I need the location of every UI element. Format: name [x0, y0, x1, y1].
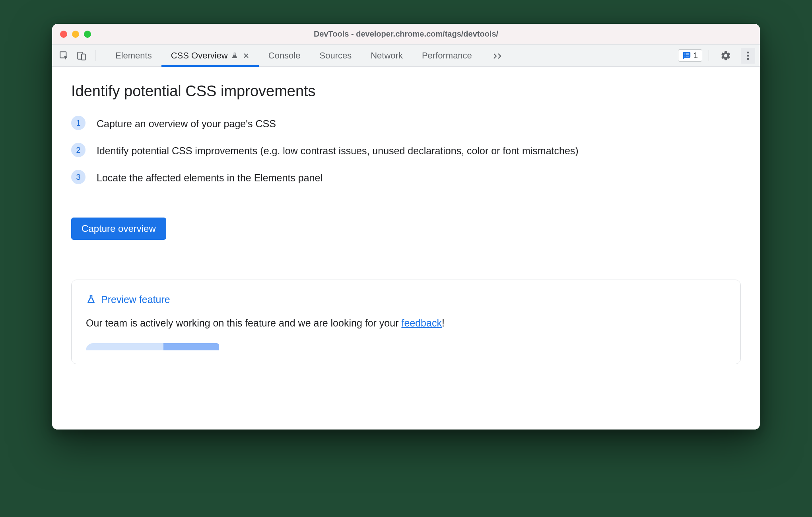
tab-label: Performance [422, 51, 472, 61]
window-minimize-button[interactable] [72, 31, 79, 38]
quick-feedback-partial [86, 343, 726, 350]
preview-text-before: Our team is actively working on this fea… [86, 317, 401, 328]
window-titlebar: DevTools - developer.chrome.com/tags/dev… [52, 24, 760, 45]
svg-point-5 [747, 58, 749, 60]
window-maximize-button[interactable] [84, 31, 91, 38]
capture-overview-button[interactable]: Capture overview [71, 218, 166, 240]
window-title: DevTools - developer.chrome.com/tags/dev… [314, 29, 498, 39]
step-number: 2 [71, 143, 85, 157]
devtools-toolbar: Elements CSS Overview Console [52, 45, 760, 67]
step-item: 3 Locate the affected elements in the El… [71, 170, 741, 186]
device-toolbar-icon[interactable] [74, 49, 89, 63]
preview-header: Preview feature [86, 293, 726, 305]
tab-performance[interactable]: Performance [412, 45, 482, 66]
experimental-icon [231, 52, 238, 60]
step-text: Locate the affected elements in the Elem… [97, 170, 322, 186]
tab-sources[interactable]: Sources [310, 45, 361, 66]
panel-content: Identify potential CSS improvements 1 Ca… [52, 67, 760, 430]
tab-label: Console [268, 51, 301, 61]
page-heading: Identify potential CSS improvements [71, 83, 741, 100]
tab-css-overview[interactable]: CSS Overview [161, 45, 259, 66]
tab-label: Elements [115, 51, 152, 61]
inspect-element-icon[interactable] [57, 49, 71, 63]
step-item: 2 Identify potential CSS improvements (e… [71, 143, 741, 159]
tab-network[interactable]: Network [361, 45, 412, 66]
step-number: 3 [71, 170, 85, 184]
kebab-menu-icon[interactable] [741, 48, 755, 64]
tab-console[interactable]: Console [259, 45, 310, 66]
feedback-pill-left[interactable] [86, 343, 163, 350]
preview-text-after: ! [442, 317, 445, 328]
tab-elements[interactable]: Elements [106, 45, 161, 66]
feedback-pill-right[interactable] [163, 343, 219, 350]
preview-body: Our team is actively working on this fea… [86, 317, 726, 329]
toolbar-divider [95, 50, 95, 61]
preview-feature-card: Preview feature Our team is actively wor… [71, 280, 741, 364]
toolbar-divider [709, 50, 709, 61]
panel-tabs: Elements CSS Overview Console [106, 45, 482, 66]
svg-rect-2 [82, 54, 85, 60]
tab-label: CSS Overview [171, 51, 228, 61]
window-close-button[interactable] [60, 31, 67, 38]
traffic-lights [60, 31, 91, 38]
steps-list: 1 Capture an overview of your page's CSS… [71, 116, 741, 186]
tab-label: Network [371, 51, 403, 61]
feedback-link[interactable]: feedback [401, 317, 441, 328]
more-tabs-icon[interactable] [485, 52, 511, 59]
svg-point-3 [747, 51, 749, 53]
issues-count: 1 [694, 51, 698, 60]
svg-point-4 [747, 54, 749, 56]
preview-title: Preview feature [101, 294, 170, 305]
step-number: 1 [71, 116, 85, 130]
issues-counter[interactable]: 1 [678, 49, 702, 62]
step-text: Identify potential CSS improvements (e.g… [97, 143, 579, 159]
devtools-window: DevTools - developer.chrome.com/tags/dev… [52, 24, 760, 430]
flask-icon [86, 293, 96, 305]
step-text: Capture an overview of your page's CSS [97, 116, 276, 132]
close-icon[interactable] [243, 52, 249, 59]
step-item: 1 Capture an overview of your page's CSS [71, 116, 741, 132]
settings-icon[interactable] [715, 50, 736, 61]
tab-label: Sources [319, 51, 352, 61]
